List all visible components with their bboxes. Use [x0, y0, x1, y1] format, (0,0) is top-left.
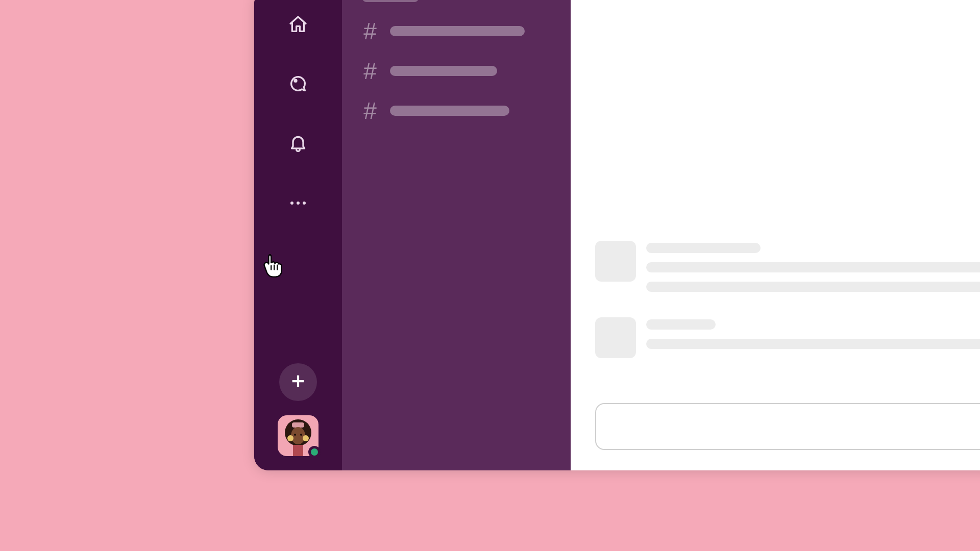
- user-avatar[interactable]: [278, 415, 318, 456]
- hash-icon: #: [362, 59, 378, 83]
- message-line-skeleton: [646, 262, 980, 272]
- conversation-pane: [571, 0, 980, 470]
- compose-button[interactable]: [279, 363, 317, 401]
- svg-point-6: [300, 434, 302, 436]
- sender-name-skeleton: [646, 243, 761, 253]
- app-window: ###: [254, 0, 980, 470]
- sender-name-skeleton: [646, 319, 716, 330]
- nav-more[interactable]: [283, 188, 313, 218]
- sender-avatar-skeleton: [595, 241, 636, 282]
- channel-sidebar: ###: [342, 0, 571, 470]
- more-icon: [290, 202, 306, 205]
- hash-icon: #: [362, 19, 378, 43]
- presence-indicator: [308, 446, 321, 458]
- svg-point-5: [294, 434, 296, 436]
- bell-icon: [288, 133, 308, 155]
- nav-home[interactable]: [283, 10, 313, 41]
- message-item: [595, 241, 980, 301]
- svg-point-4: [291, 427, 305, 444]
- sender-avatar-skeleton: [595, 317, 636, 358]
- channel-name-skeleton: [390, 106, 509, 116]
- svg-point-7: [287, 435, 293, 441]
- channel-name-skeleton: [390, 66, 497, 76]
- nav-activity[interactable]: [283, 129, 313, 159]
- channel-item[interactable]: #: [362, 19, 550, 43]
- svg-rect-3: [292, 422, 304, 428]
- svg-point-0: [293, 79, 297, 83]
- svg-point-8: [303, 435, 309, 441]
- channel-item[interactable]: #: [362, 59, 550, 83]
- channels-section-label: [362, 0, 419, 2]
- nav-dms[interactable]: [283, 69, 313, 100]
- message-item: [595, 317, 980, 358]
- message-line-skeleton: [646, 282, 980, 292]
- message-line-skeleton: [646, 339, 980, 349]
- plus-icon: [289, 372, 307, 392]
- home-icon: [288, 14, 308, 37]
- message-composer[interactable]: [595, 403, 980, 450]
- channel-item[interactable]: #: [362, 99, 550, 122]
- nav-rail: [254, 0, 342, 470]
- channel-name-skeleton: [390, 26, 525, 36]
- chat-icon: [288, 73, 308, 96]
- hash-icon: #: [362, 99, 378, 122]
